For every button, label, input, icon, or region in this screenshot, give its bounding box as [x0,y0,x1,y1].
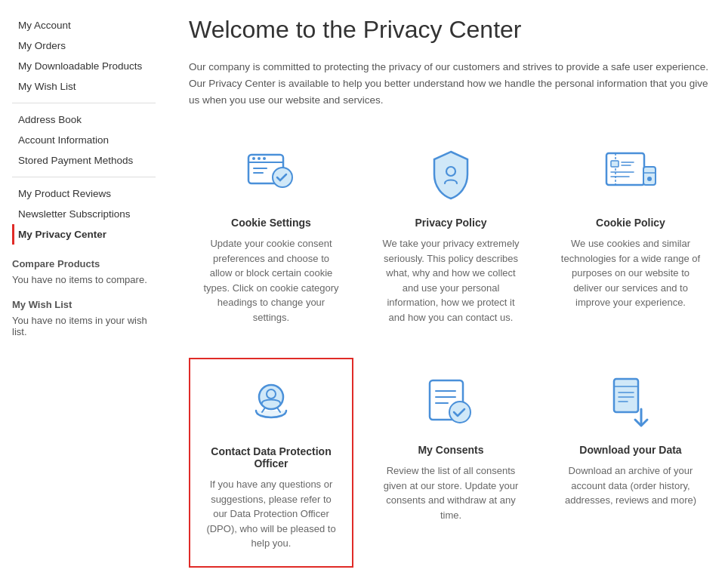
sidebar-link-stored-payment-methods[interactable]: Stored Payment Methods [12,150,156,171]
privacy-card-delete-account[interactable]: Delete your AccountDeleting your account… [368,583,534,588]
privacy-card-title-cookie-settings: Cookie Settings [201,217,341,229]
privacy-card-cookie-policy[interactable]: Cookie PolicyWe use cookies and similar … [548,131,713,340]
sidebar-link-address-book[interactable]: Address Book [12,109,156,130]
compare-products-empty: You have no items to compare. [12,274,156,285]
privacy-card-download-data[interactable]: Download your DataDownload an archive of… [548,358,713,568]
privacy-card-desc-privacy-policy: We take your privacy extremely seriously… [381,236,521,325]
svg-point-24 [449,402,470,423]
svg-rect-25 [614,379,638,412]
my-consents-icon [421,373,481,433]
sidebar-link-my-wish-list[interactable]: My Wish List [12,76,156,97]
wishlist-section: My Wish List You have no items in your w… [12,299,156,337]
privacy-bottom-card-container: Delete your AccountDeleting your account… [189,583,713,588]
privacy-card-desc-cookie-settings: Update your cookie consent preferences a… [201,236,341,325]
intro-text: Our company is committed to protecting t… [189,59,713,108]
sidebar: My AccountMy OrdersMy Downloadable Produ… [12,15,171,588]
svg-point-4 [263,157,266,160]
sidebar-group-0: My AccountMy OrdersMy Downloadable Produ… [12,15,156,97]
compare-products-section: Compare Products You have no items to co… [12,258,156,285]
main-content: Welcome to the Privacy Center Our compan… [171,15,713,588]
privacy-card-contact-dpo[interactable]: Contact Data Protection OfficerIf you ha… [189,358,353,568]
sidebar-group-2: My Product ReviewsNewsletter Subscriptio… [12,177,156,245]
svg-point-12 [647,177,652,181]
svg-rect-10 [643,167,656,185]
privacy-card-privacy-policy[interactable]: Privacy PolicyWe take your privacy extre… [369,131,533,340]
cookie-policy-icon [600,146,661,206]
sidebar-group-1: Address BookAccount InformationStored Pa… [12,103,156,171]
svg-rect-9 [606,153,644,185]
svg-point-3 [258,157,261,160]
sidebar-link-product-reviews[interactable]: My Product Reviews [12,183,156,204]
privacy-card-desc-download-data: Download an archive of your account data… [560,463,701,508]
download-data-icon [600,373,661,433]
sidebar-link-my-orders[interactable]: My Orders [12,35,156,56]
privacy-card-desc-contact-dpo: If you have any questions or suggestions… [202,477,340,551]
svg-point-2 [252,157,255,160]
sidebar-link-my-privacy-center[interactable]: My Privacy Center [12,224,156,245]
privacy-cards-grid: Cookie SettingsUpdate your cookie consen… [189,131,713,568]
wishlist-empty: You have no items in your wish list. [12,315,156,337]
privacy-card-my-consents[interactable]: My ConsentsReview the list of all consen… [369,358,533,568]
sidebar-link-my-downloadable-products[interactable]: My Downloadable Products [12,56,156,76]
privacy-card-title-cookie-policy: Cookie Policy [560,217,701,229]
compare-products-title: Compare Products [12,258,156,269]
privacy-card-title-contact-dpo: Contact Data Protection Officer [202,445,340,469]
sidebar-link-my-account[interactable]: My Account [12,15,156,35]
sidebar-link-account-information[interactable]: Account Information [12,130,156,150]
page-title: Welcome to the Privacy Center [189,15,713,44]
privacy-policy-icon [421,146,481,206]
cookie-settings-icon [241,146,301,206]
wishlist-title: My Wish List [12,299,156,310]
sidebar-link-newsletter-subscriptions[interactable]: Newsletter Subscriptions [12,204,156,224]
svg-rect-13 [611,161,619,167]
privacy-card-cookie-settings[interactable]: Cookie SettingsUpdate your cookie consen… [189,131,353,340]
privacy-card-desc-my-consents: Review the list of all consents given at… [381,463,521,522]
privacy-card-title-download-data: Download your Data [560,444,701,456]
sidebar-nav: My AccountMy OrdersMy Downloadable Produ… [12,15,156,245]
privacy-card-title-privacy-policy: Privacy Policy [381,217,521,229]
privacy-card-title-my-consents: My Consents [381,444,521,456]
privacy-card-desc-cookie-policy: We use cookies and similar technologies … [560,236,701,310]
svg-point-18 [259,385,283,409]
contact-dpo-icon [241,374,301,435]
